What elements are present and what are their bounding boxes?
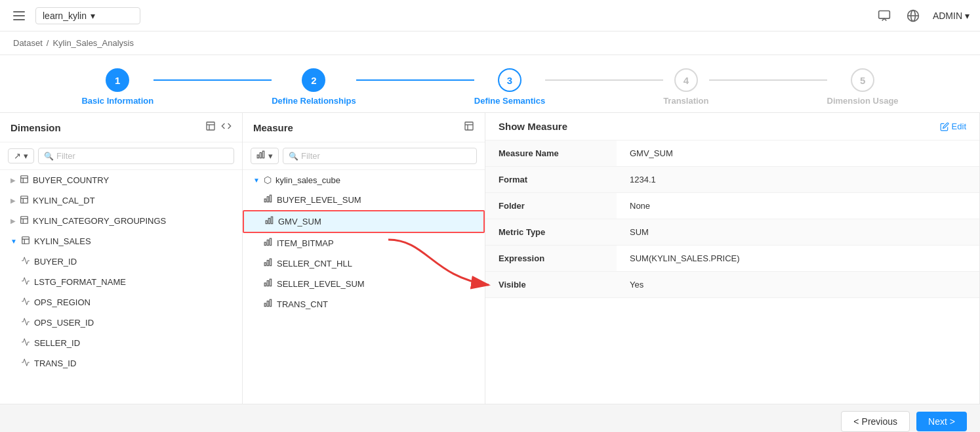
globe-icon[interactable] [904, 7, 922, 25]
dim-item-trans-id[interactable]: TRANS_ID [0, 353, 242, 374]
dim-item-buyer-country[interactable]: ▶ BUYER_COUNTRY [0, 170, 242, 190]
dimension-search-icon: 🔍 [44, 152, 54, 161]
dim-item-seller-id[interactable]: SELLER_ID [0, 333, 242, 353]
measure-field-value: SUM(KYLIN_SALES.PRICE) [617, 246, 979, 272]
svg-rect-28 [266, 221, 267, 224]
svg-rect-42 [270, 299, 271, 307]
dimension-title: Dimension [10, 122, 61, 133]
dim-col-icon [21, 358, 30, 369]
svg-rect-35 [267, 261, 268, 266]
measure-search-bar: ▾ 🔍 Filter [243, 142, 485, 170]
step-1[interactable]: 1 Basic Information [81, 68, 153, 106]
next-button[interactable]: Next > [916, 412, 967, 431]
expand-icon: ▶ [10, 217, 16, 225]
breadcrumb-root[interactable]: Dataset [13, 38, 43, 48]
svg-rect-38 [267, 281, 268, 286]
dim-item-kylin-category[interactable]: ▶ KYLIN_CATEGORY_GROUPINGS [0, 211, 242, 231]
dimension-list-icon[interactable] [205, 121, 216, 134]
svg-rect-23 [260, 153, 261, 158]
svg-rect-31 [264, 242, 266, 246]
dimension-type-select[interactable]: ↗ ▾ [8, 148, 34, 163]
step-5[interactable]: 5 Dimension Usage [827, 68, 899, 106]
dim-item-ops-region[interactable]: OPS_REGION [0, 292, 242, 313]
prev-chevron-icon: < [853, 416, 859, 427]
dimension-search-bar: ↗ ▾ 🔍 Filter [0, 142, 242, 170]
step-2[interactable]: 2 Define Relationships [272, 68, 356, 106]
svg-rect-40 [264, 303, 266, 307]
svg-rect-7 [21, 176, 28, 183]
measure-item-seller-level-sum[interactable]: SELLER_LEVEL_SUM [243, 274, 485, 294]
dim-label: LSTG_FORMAT_NAME [34, 277, 126, 287]
svg-rect-22 [257, 155, 258, 158]
measure-detail-table: Measure Name GMV_SUM Format 1234.1 Folde… [485, 140, 979, 298]
svg-rect-27 [270, 195, 271, 202]
dim-item-kylin-cal-dt[interactable]: ▶ KYLIN_CAL_DT [0, 190, 242, 211]
admin-label: ADMIN [933, 11, 962, 21]
main-content: Dimension ↗ ▾ 🔍 Filter [0, 113, 980, 404]
dimension-search-input[interactable]: 🔍 Filter [38, 148, 234, 164]
dim-label: KYLIN_CAL_DT [33, 196, 95, 205]
show-measure-panel: Show Measure Edit Measure Name GMV_SUM F… [485, 113, 980, 404]
previous-button[interactable]: < Previous [841, 411, 910, 432]
measure-cube-item[interactable]: ▼ ⬡ kylin_sales_cube [243, 170, 485, 190]
stepper: 1 Basic Information 2 Define Relationshi… [0, 55, 980, 113]
dim-item-buyer-id[interactable]: BUYER_ID [0, 251, 242, 272]
step-3-label: Define Semantics [474, 96, 545, 106]
measure-label: TRANS_CNT [277, 299, 328, 309]
hamburger-menu[interactable] [10, 9, 28, 23]
measure-search-input[interactable]: 🔍 Filter [283, 148, 477, 164]
bar-chart-icon [265, 216, 274, 227]
svg-rect-25 [264, 199, 266, 202]
step-4[interactable]: 4 Translation [663, 68, 708, 106]
dimension-filter-placeholder: Filter [56, 151, 75, 161]
dimension-code-icon[interactable] [221, 121, 232, 134]
measure-title: Measure [253, 122, 293, 133]
notifications-icon[interactable] [875, 7, 893, 25]
measure-item-gmv-sum[interactable]: GMV_SUM [243, 210, 485, 233]
measure-field-key: Metric Type [485, 219, 617, 246]
measure-type-chevron: ▾ [268, 151, 273, 161]
dim-label: BUYER_COUNTRY [33, 175, 109, 185]
measure-panel: Measure ▾ 🔍 Filter [243, 113, 485, 404]
svg-rect-4 [207, 122, 214, 130]
measure-field-key: Visible [485, 272, 617, 298]
measure-item-buyer-level-sum[interactable]: BUYER_LEVEL_SUM [243, 190, 485, 210]
measure-item-trans-cnt[interactable]: TRANS_CNT [243, 294, 485, 314]
project-selector[interactable]: learn_kylin ▾ [35, 7, 140, 24]
measure-header-icons [464, 121, 474, 134]
measure-field-value: 1234.1 [617, 167, 979, 193]
svg-rect-0 [879, 11, 890, 18]
dimension-tree: ▶ BUYER_COUNTRY ▶ KYLIN_CAL_DT ▶ [0, 170, 242, 404]
breadcrumb-separator: / [47, 38, 49, 48]
edit-button[interactable]: Edit [940, 121, 966, 131]
dim-col-icon [21, 337, 30, 349]
measure-field-value: None [617, 193, 979, 219]
svg-rect-29 [268, 219, 270, 224]
top-nav-left: learn_kylin ▾ [10, 7, 140, 24]
expand-icon: ▶ [10, 197, 16, 204]
measure-row-metric-type: Metric Type SUM [485, 219, 979, 246]
dim-item-kylin-sales[interactable]: ▼ KYLIN_SALES [0, 231, 242, 251]
measure-type-select[interactable]: ▾ [251, 148, 279, 164]
measure-table-icon[interactable] [464, 121, 474, 134]
dim-col-icon [21, 297, 30, 308]
measure-field-key: Format [485, 167, 617, 193]
admin-button[interactable]: ADMIN ▾ [933, 11, 970, 21]
measure-label: GMV_SUM [278, 217, 321, 227]
svg-rect-19 [465, 122, 473, 130]
expand-icon: ▶ [10, 177, 16, 184]
measure-item-seller-cnt-hll[interactable]: SELLER_CNT_HLL [243, 253, 485, 274]
dim-item-ops-user[interactable]: OPS_USER_ID [0, 313, 242, 333]
cube-label: kylin_sales_cube [276, 175, 340, 185]
measure-item-item-bitmap[interactable]: ITEM_BITMAP [243, 233, 485, 253]
dim-item-lstg-format[interactable]: LSTG_FORMAT_NAME [0, 272, 242, 292]
svg-rect-37 [264, 283, 266, 286]
dimension-panel: Dimension ↗ ▾ 🔍 Filter [0, 113, 243, 404]
step-3[interactable]: 3 Define Semantics [474, 68, 545, 106]
svg-rect-39 [270, 279, 271, 286]
measure-field-key: Folder [485, 193, 617, 219]
dim-label: TRANS_ID [34, 358, 76, 368]
table-icon [20, 175, 29, 186]
dim-label: OPS_REGION [34, 297, 91, 307]
step-4-circle: 4 [674, 68, 698, 92]
